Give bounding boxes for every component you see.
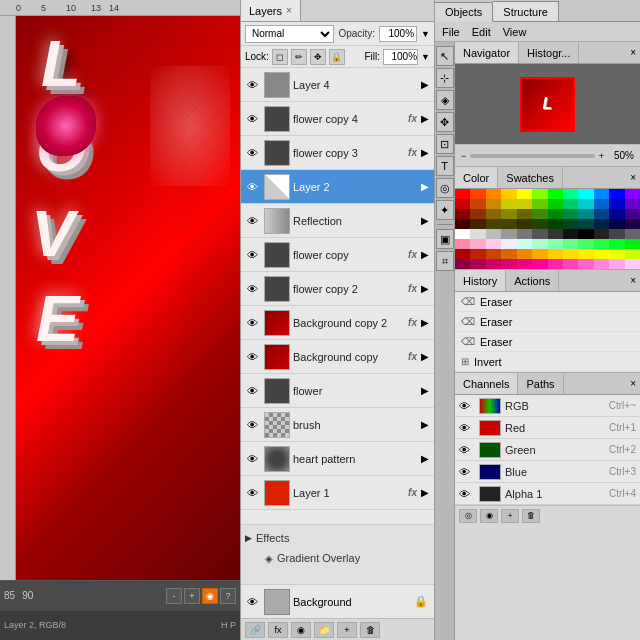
color-swatch[interactable] bbox=[548, 219, 563, 229]
layer-row-5[interactable]: 👁Reflection▶ bbox=[241, 204, 434, 238]
color-swatch[interactable] bbox=[517, 189, 532, 199]
new-channel-btn[interactable]: + bbox=[501, 509, 519, 523]
color-swatch[interactable] bbox=[517, 199, 532, 209]
color-swatch[interactable] bbox=[563, 229, 578, 239]
add-mask-btn[interactable]: ◉ bbox=[291, 622, 311, 638]
channel-visibility-4[interactable]: 👁 bbox=[459, 488, 475, 500]
color-swatch[interactable] bbox=[517, 209, 532, 219]
layer-expand-11[interactable]: ▶ bbox=[421, 419, 429, 430]
opacity-input[interactable] bbox=[379, 26, 417, 42]
navigator-tab[interactable]: Navigator bbox=[455, 42, 519, 63]
color-swatch[interactable] bbox=[470, 189, 485, 199]
layer-row-4[interactable]: 👁Layer 2▶ bbox=[241, 170, 434, 204]
channel-row-alpha-1[interactable]: 👁Alpha 1Ctrl+4 bbox=[455, 483, 640, 505]
color-swatch[interactable] bbox=[532, 219, 547, 229]
color-swatch[interactable] bbox=[532, 189, 547, 199]
layer-expand-2[interactable]: ▶ bbox=[421, 113, 429, 124]
layer-visibility-1[interactable]: 👁 bbox=[243, 76, 261, 94]
layer-visibility-6[interactable]: 👁 bbox=[243, 246, 261, 264]
canvas-content[interactable]: L O V E bbox=[16, 16, 240, 580]
channels-tab[interactable]: Channels bbox=[455, 373, 518, 394]
paths-tab[interactable]: Paths bbox=[518, 373, 563, 394]
bg-visibility-toggle[interactable]: 👁 bbox=[243, 593, 261, 611]
zoom-slider[interactable] bbox=[470, 154, 594, 158]
color-swatch[interactable] bbox=[455, 209, 470, 219]
color-swatch[interactable] bbox=[486, 199, 501, 209]
color-swatch[interactable] bbox=[532, 259, 547, 269]
color-swatch[interactable] bbox=[548, 189, 563, 199]
color-swatch[interactable] bbox=[594, 199, 609, 209]
new-group-btn[interactable]: 📁 bbox=[314, 622, 334, 638]
color-swatch[interactable] bbox=[501, 209, 516, 219]
color-panel-close[interactable]: × bbox=[626, 172, 640, 183]
color-swatch[interactable] bbox=[578, 249, 593, 259]
color-swatch[interactable] bbox=[455, 259, 470, 269]
color-swatch[interactable] bbox=[609, 209, 624, 219]
tool-4[interactable]: ✥ bbox=[436, 112, 454, 132]
color-swatch[interactable] bbox=[594, 229, 609, 239]
color-swatch[interactable] bbox=[455, 189, 470, 199]
color-swatch[interactable] bbox=[578, 259, 593, 269]
color-swatch[interactable] bbox=[470, 219, 485, 229]
history-item-2[interactable]: ⌫Eraser bbox=[455, 332, 640, 352]
tool-select[interactable]: ⊹ bbox=[436, 68, 454, 88]
channel-row-red[interactable]: 👁RedCtrl+1 bbox=[455, 417, 640, 439]
opacity-arrow[interactable]: ▼ bbox=[421, 29, 430, 39]
tool-6[interactable]: T bbox=[436, 156, 454, 176]
color-swatch[interactable] bbox=[578, 219, 593, 229]
color-swatch[interactable] bbox=[609, 229, 624, 239]
color-swatch[interactable] bbox=[563, 209, 578, 219]
objects-tab[interactable]: Objects bbox=[435, 2, 493, 22]
color-swatch[interactable] bbox=[578, 199, 593, 209]
layer-visibility-10[interactable]: 👁 bbox=[243, 382, 261, 400]
color-swatch[interactable] bbox=[563, 239, 578, 249]
tool-9[interactable]: ▣ bbox=[436, 229, 454, 249]
layer-row-3[interactable]: 👁flower copy 3fx▶ bbox=[241, 136, 434, 170]
channel-to-selection-btn[interactable]: ◎ bbox=[459, 509, 477, 523]
layer-visibility-11[interactable]: 👁 bbox=[243, 416, 261, 434]
color-swatch[interactable] bbox=[501, 189, 516, 199]
layer-visibility-7[interactable]: 👁 bbox=[243, 280, 261, 298]
new-layer-btn[interactable]: + bbox=[337, 622, 357, 638]
color-swatch[interactable] bbox=[486, 239, 501, 249]
layer-expand-5[interactable]: ▶ bbox=[421, 215, 429, 226]
color-swatch[interactable] bbox=[609, 259, 624, 269]
color-swatch[interactable] bbox=[563, 219, 578, 229]
color-swatch[interactable] bbox=[486, 189, 501, 199]
layer-visibility-9[interactable]: 👁 bbox=[243, 348, 261, 366]
color-swatch[interactable] bbox=[594, 249, 609, 259]
color-swatch[interactable] bbox=[625, 229, 640, 239]
canvas-zoom-in[interactable]: + bbox=[184, 588, 200, 604]
color-swatch[interactable] bbox=[470, 209, 485, 219]
color-swatch[interactable] bbox=[563, 199, 578, 209]
color-swatch[interactable] bbox=[578, 239, 593, 249]
layer-expand-1[interactable]: ▶ bbox=[421, 79, 429, 90]
color-swatch[interactable] bbox=[594, 189, 609, 199]
color-swatch[interactable] bbox=[486, 249, 501, 259]
channel-mask-btn[interactable]: ◉ bbox=[480, 509, 498, 523]
layers-list[interactable]: 👁Layer 4▶👁flower copy 4fx▶👁flower copy 3… bbox=[241, 68, 434, 524]
layer-expand-6[interactable]: ▶ bbox=[421, 249, 429, 260]
color-swatch[interactable] bbox=[501, 239, 516, 249]
canvas-tool-btn[interactable]: ◉ bbox=[202, 588, 218, 604]
color-swatch[interactable] bbox=[625, 249, 640, 259]
layer-row-8[interactable]: 👁Background copy 2fx▶ bbox=[241, 306, 434, 340]
layer-visibility-2[interactable]: 👁 bbox=[243, 110, 261, 128]
channel-row-rgb[interactable]: 👁RGBCtrl+~ bbox=[455, 395, 640, 417]
color-swatch[interactable] bbox=[578, 229, 593, 239]
layer-expand-3[interactable]: ▶ bbox=[421, 147, 429, 158]
menu-edit[interactable]: Edit bbox=[469, 26, 494, 38]
color-swatch[interactable] bbox=[563, 249, 578, 259]
color-swatch[interactable] bbox=[594, 209, 609, 219]
lock-image-btn[interactable]: ✏ bbox=[291, 49, 307, 65]
color-swatch[interactable] bbox=[625, 209, 640, 219]
channel-row-blue[interactable]: 👁BlueCtrl+3 bbox=[455, 461, 640, 483]
background-layer-row[interactable]: 👁 Background 🔒 bbox=[241, 584, 434, 618]
channel-visibility-2[interactable]: 👁 bbox=[459, 444, 475, 456]
history-panel-close[interactable]: × bbox=[626, 275, 640, 286]
color-swatch[interactable] bbox=[625, 189, 640, 199]
tool-10[interactable]: ⌗ bbox=[436, 251, 454, 271]
layer-row-10[interactable]: 👁flower▶ bbox=[241, 374, 434, 408]
fill-input[interactable] bbox=[383, 49, 418, 65]
history-item-3[interactable]: ⊞Invert bbox=[455, 352, 640, 372]
